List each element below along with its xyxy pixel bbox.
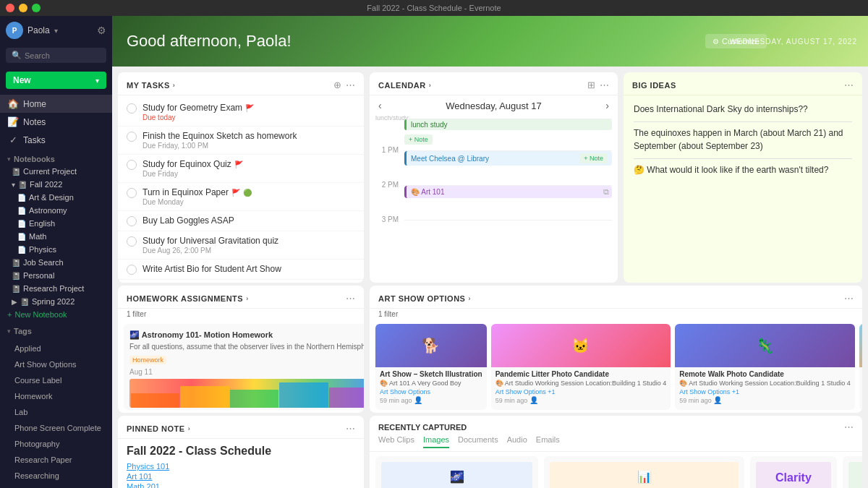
tag-item[interactable]: Applied — [0, 340, 112, 356]
art-image: 🦎 — [675, 324, 854, 367]
task-checkbox[interactable] — [127, 236, 137, 247]
tag-item[interactable]: Submit Application — [0, 483, 112, 488]
notebook-personal[interactable]: 📓 Personal — [0, 269, 112, 282]
calendar-event-chelsea[interactable]: Meet Chelsea @ Library + Note — [404, 151, 612, 166]
recently-item[interactable]: 🌌 Notes on Astronomy Homework Readi... 8… — [375, 456, 538, 488]
task-checkbox[interactable] — [127, 103, 137, 114]
task-name: Finish the Equinox Sketch as homework — [142, 131, 355, 141]
calendar-event[interactable]: lunch study — [404, 119, 612, 130]
sidebar-item-notes[interactable]: 📝 Notes — [0, 113, 112, 131]
minimize-button[interactable] — [19, 4, 27, 12]
pinned-links: Physics 101 Art 101 Math 201 — [127, 462, 355, 488]
recently-item[interactable]: 📊 Marketing Brief PROJECT NAME: Improvem… — [544, 456, 744, 488]
pinned-link-art[interactable]: Art 101 — [127, 472, 355, 481]
task-flag-icon: 🚩 — [245, 104, 254, 112]
add-note-button[interactable]: + Note — [404, 134, 433, 145]
task-checkbox[interactable] — [127, 188, 137, 198]
calendar-body: lunch/study lunch study + Note 1 PM Meet… — [370, 116, 618, 283]
notebook-art-design[interactable]: 📄 Art & Design — [0, 191, 112, 204]
tags-section-header[interactable]: ▾ Tags — [0, 321, 112, 337]
tasks-icon: ✓ — [7, 134, 19, 145]
more-options-icon[interactable]: ⋯ — [346, 80, 355, 90]
notebook-icon: 📄 — [17, 233, 26, 241]
art-item[interactable]: 🐕 Art Show – Sketch Illustration 🎨 Art 1… — [375, 324, 487, 410]
calendar-more-icon[interactable]: ⋯ — [600, 80, 609, 90]
task-item[interactable]: Turn in Equinox Paper 🚩 🟢 Due Monday — [118, 183, 364, 211]
notebook-current-project[interactable]: 📓 Current Project — [0, 165, 112, 178]
tag-item[interactable]: Course Label — [0, 372, 112, 388]
tag-item[interactable]: Researching — [0, 467, 112, 483]
pinned-more-icon[interactable]: ⋯ — [346, 423, 355, 434]
tag-item[interactable]: Phone Screen Complete — [0, 419, 112, 435]
task-checkbox[interactable] — [127, 216, 137, 226]
task-checkbox[interactable] — [127, 132, 137, 142]
art-show-title: ART SHOW OPTIONS › — [378, 294, 471, 303]
tab-audio[interactable]: Audio — [507, 435, 527, 448]
notebook-english[interactable]: 📄 English — [0, 217, 112, 230]
art-item[interactable]: 🐱 Pandemic Litter Photo Candidate 🎨 Art … — [491, 324, 671, 410]
new-notebook-button[interactable]: + New Notebook — [0, 308, 112, 321]
tag-item[interactable]: Research Paper — [0, 451, 112, 467]
recently-item[interactable]: Clarity Clarity — [750, 456, 837, 488]
tag-item[interactable]: Photography — [0, 435, 112, 451]
tab-web-clips[interactable]: Web Clips — [378, 435, 414, 448]
add-note-button[interactable]: + Note — [579, 153, 608, 163]
user-row[interactable]: P Paola ▾ — [6, 22, 58, 39]
cal-next-icon[interactable]: › — [605, 100, 609, 111]
cal-prev-icon[interactable]: ‹ — [378, 100, 382, 111]
tab-emails[interactable]: Emails — [536, 435, 560, 448]
tag-item[interactable]: Lab — [0, 403, 112, 419]
notebook-astronomy[interactable]: 📄 Astronomy — [0, 204, 112, 217]
homework-card: HOMEWORK ASSIGNMENTS › ⋯ 1 filter 🌌 Astr… — [118, 286, 364, 413]
search-bar[interactable]: 🔍 Search — [6, 48, 106, 63]
tag-item[interactable]: Art Show Options — [0, 356, 112, 372]
task-checkbox[interactable] — [127, 160, 137, 170]
task-item[interactable]: Study for Geometry Exam 🚩 Due today — [118, 98, 364, 127]
pinned-link-physics[interactable]: Physics 101 — [127, 462, 355, 471]
new-button[interactable]: New ▾ — [6, 72, 106, 89]
homework-item[interactable]: 🌌 Astronomy 101- Motion Homework For all… — [124, 324, 364, 410]
task-item[interactable]: Finish the Equinox Sketch as homework Du… — [118, 127, 364, 155]
copy-icon[interactable]: ⧉ — [603, 187, 609, 197]
task-item[interactable]: Write Artist Bio for Student Art Show — [118, 260, 364, 280]
sidebar-item-tasks[interactable]: ✓ Tasks — [0, 131, 112, 149]
nav-home-label: Home — [23, 99, 46, 109]
settings-icon[interactable]: ⚙ — [97, 25, 106, 36]
sidebar-item-home[interactable]: 🏠 Home — [0, 95, 112, 113]
homework-more-icon[interactable]: ⋯ — [346, 293, 355, 304]
notebook-job-search[interactable]: 📓 Job Search — [0, 256, 112, 269]
notebook-fall-2022[interactable]: ▾ 📓 Fall 2022 — [0, 178, 112, 191]
art-item[interactable]: 🦎 Remote Walk Photo Candidate 🎨 Art Stud… — [675, 324, 854, 410]
notebook-research-project[interactable]: 📓 Research Project — [0, 282, 112, 295]
add-task-icon[interactable]: ⊕ — [333, 80, 341, 90]
notebooks-section-header[interactable]: ▾ Notebooks — [0, 149, 112, 165]
art-show-more-icon[interactable]: ⋯ — [844, 293, 854, 304]
tag-item[interactable]: Homework — [0, 388, 112, 403]
task-item[interactable]: Study for Universal Gravitation quiz Due… — [118, 231, 364, 260]
task-due-date: Due Aug 26, 2:00 PM — [142, 247, 355, 254]
new-button-label: New — [13, 75, 31, 85]
task-name: Turn in Equinox Paper 🚩 🟢 — [142, 187, 355, 197]
pinned-link-math[interactable]: Math 201 — [127, 482, 355, 488]
maximize-button[interactable] — [32, 4, 41, 12]
big-ideas-body: Does International Dark Sky do internshi… — [624, 95, 862, 283]
tab-images[interactable]: Images — [423, 435, 449, 448]
art-show-card: ART SHOW OPTIONS › ⋯ 1 filter 🐕 — [370, 286, 862, 413]
big-ideas-more-icon[interactable]: ⋯ — [844, 80, 854, 90]
homework-filter: 1 filter — [118, 309, 364, 321]
calendar-event-art101[interactable]: 🎨 Art 101 ⧉ — [404, 186, 612, 198]
task-item[interactable]: Study for Equinox Quiz 🚩 Due Friday — [118, 155, 364, 183]
notebook-physics[interactable]: 📄 Physics — [0, 243, 112, 256]
notebook-math[interactable]: 📄 Math — [0, 230, 112, 243]
art-item[interactable]: Mountain Range Photo Candidate 🎨 Art Stu… — [859, 324, 862, 410]
big-ideas-header: BIG IDEAS ⋯ — [624, 72, 862, 95]
time-label-3pm: 3 PM — [375, 215, 404, 223]
recently-item[interactable]: 💼 Lenovo - Social Media Marketing... Act… — [843, 456, 862, 488]
tab-documents[interactable]: Documents — [458, 435, 498, 448]
task-checkbox[interactable] — [127, 265, 137, 275]
new-window-icon[interactable]: ⊞ — [587, 80, 595, 90]
recently-more-icon[interactable]: ⋯ — [844, 421, 854, 432]
task-item[interactable]: Buy Lab Goggles ASAP — [118, 211, 364, 231]
close-button[interactable] — [6, 4, 14, 12]
notebook-spring-2022[interactable]: ▶ 📓 Spring 2022 — [0, 295, 112, 308]
